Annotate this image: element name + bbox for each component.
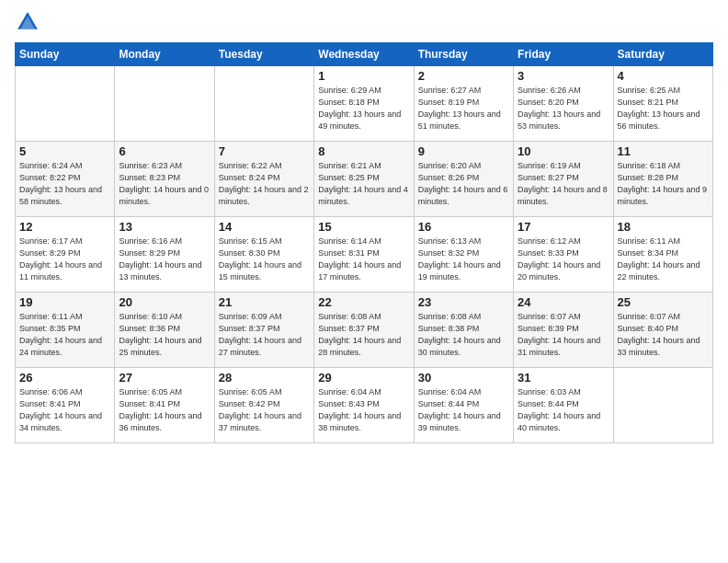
day-info: Sunrise: 6:22 AMSunset: 8:24 PMDaylight:… bbox=[219, 160, 310, 208]
sunset-text: Sunset: 8:24 PM bbox=[219, 173, 280, 182]
day-info: Sunrise: 6:10 AMSunset: 8:36 PMDaylight:… bbox=[119, 311, 210, 359]
calendar-cell: 28Sunrise: 6:05 AMSunset: 8:42 PMDayligh… bbox=[214, 368, 313, 443]
day-number: 11 bbox=[618, 144, 709, 158]
day-info: Sunrise: 6:23 AMSunset: 8:23 PMDaylight:… bbox=[119, 160, 210, 208]
day-number: 27 bbox=[119, 371, 210, 385]
calendar-cell: 21Sunrise: 6:09 AMSunset: 8:37 PMDayligh… bbox=[214, 293, 313, 368]
sunset-text: Sunset: 8:29 PM bbox=[119, 248, 180, 258]
sunrise-text: Sunrise: 6:17 AM bbox=[19, 236, 83, 246]
calendar-cell: 10Sunrise: 6:19 AMSunset: 8:27 PMDayligh… bbox=[514, 142, 613, 217]
daylight-text: Daylight: 13 hours and 51 minutes. bbox=[418, 109, 501, 131]
day-number: 13 bbox=[119, 220, 210, 234]
daylight-text: Daylight: 14 hours and 34 minutes. bbox=[19, 411, 102, 432]
daylight-text: Daylight: 14 hours and 36 minutes. bbox=[119, 411, 201, 432]
day-number: 9 bbox=[418, 144, 509, 158]
header-wednesday: Wednesday bbox=[314, 43, 414, 66]
day-number: 6 bbox=[119, 144, 210, 158]
calendar-page: Sunday Monday Tuesday Wednesday Thursday… bbox=[0, 0, 728, 563]
daylight-text: Daylight: 14 hours and 8 minutes. bbox=[518, 185, 608, 206]
sunset-text: Sunset: 8:39 PM bbox=[518, 324, 579, 333]
sunrise-text: Sunrise: 6:24 AM bbox=[19, 161, 83, 170]
calendar-cell: 14Sunrise: 6:15 AMSunset: 8:30 PMDayligh… bbox=[214, 217, 313, 293]
calendar-cell: 24Sunrise: 6:07 AMSunset: 8:39 PMDayligh… bbox=[514, 293, 613, 368]
day-number: 16 bbox=[418, 220, 509, 234]
sunrise-text: Sunrise: 6:26 AM bbox=[518, 86, 581, 95]
calendar-cell: 11Sunrise: 6:18 AMSunset: 8:28 PMDayligh… bbox=[613, 142, 712, 217]
day-number: 7 bbox=[219, 144, 310, 158]
header-sunday: Sunday bbox=[16, 43, 115, 66]
sunrise-text: Sunrise: 6:09 AM bbox=[219, 312, 282, 321]
day-info: Sunrise: 6:04 AMSunset: 8:43 PMDaylight:… bbox=[318, 386, 409, 434]
sunrise-text: Sunrise: 6:27 AM bbox=[418, 86, 482, 95]
daylight-text: Daylight: 14 hours and 0 minutes. bbox=[119, 185, 209, 206]
calendar-cell: 20Sunrise: 6:10 AMSunset: 8:36 PMDayligh… bbox=[115, 293, 214, 368]
daylight-text: Daylight: 13 hours and 58 minutes. bbox=[19, 185, 102, 206]
calendar-header: Sunday Monday Tuesday Wednesday Thursday… bbox=[16, 43, 713, 66]
day-info: Sunrise: 6:11 AMSunset: 8:34 PMDaylight:… bbox=[618, 236, 709, 283]
calendar-cell: 2Sunrise: 6:27 AMSunset: 8:19 PMDaylight… bbox=[414, 66, 513, 142]
day-info: Sunrise: 6:05 AMSunset: 8:41 PMDaylight:… bbox=[119, 386, 210, 434]
calendar-cell: 7Sunrise: 6:22 AMSunset: 8:24 PMDaylight… bbox=[214, 142, 313, 217]
calendar-cell bbox=[613, 368, 712, 443]
day-info: Sunrise: 6:15 AMSunset: 8:30 PMDaylight:… bbox=[219, 236, 310, 283]
sunset-text: Sunset: 8:37 PM bbox=[219, 324, 280, 333]
sunset-text: Sunset: 8:38 PM bbox=[418, 324, 480, 333]
daylight-text: Daylight: 14 hours and 24 minutes. bbox=[19, 336, 102, 357]
sunset-text: Sunset: 8:22 PM bbox=[19, 173, 81, 182]
daylight-text: Daylight: 14 hours and 9 minutes. bbox=[618, 185, 708, 206]
day-number: 25 bbox=[618, 295, 709, 309]
day-number: 21 bbox=[219, 295, 310, 309]
sunrise-text: Sunrise: 6:03 AM bbox=[518, 387, 581, 396]
header-thursday: Thursday bbox=[414, 43, 513, 66]
daylight-text: Daylight: 13 hours and 49 minutes. bbox=[318, 109, 401, 131]
sunrise-text: Sunrise: 6:07 AM bbox=[618, 312, 681, 321]
sunset-text: Sunset: 8:34 PM bbox=[618, 248, 679, 258]
daylight-text: Daylight: 14 hours and 13 minutes. bbox=[119, 260, 201, 282]
logo bbox=[15, 9, 44, 35]
day-number: 12 bbox=[19, 220, 110, 234]
sunrise-text: Sunrise: 6:15 AM bbox=[219, 236, 282, 246]
day-info: Sunrise: 6:08 AMSunset: 8:37 PMDaylight:… bbox=[318, 311, 409, 359]
day-number: 14 bbox=[219, 220, 310, 234]
calendar-cell: 9Sunrise: 6:20 AMSunset: 8:26 PMDaylight… bbox=[414, 142, 513, 217]
daylight-text: Daylight: 14 hours and 33 minutes. bbox=[618, 336, 700, 357]
calendar-week-row: 1Sunrise: 6:29 AMSunset: 8:18 PMDaylight… bbox=[16, 66, 713, 142]
daylight-text: Daylight: 14 hours and 28 minutes. bbox=[318, 336, 401, 357]
sunrise-text: Sunrise: 6:25 AM bbox=[618, 86, 681, 95]
daylight-text: Daylight: 14 hours and 6 minutes. bbox=[418, 185, 508, 206]
sunset-text: Sunset: 8:43 PM bbox=[318, 399, 380, 408]
calendar-cell: 13Sunrise: 6:16 AMSunset: 8:29 PMDayligh… bbox=[115, 217, 214, 293]
sunset-text: Sunset: 8:26 PM bbox=[418, 173, 480, 182]
sunset-text: Sunset: 8:31 PM bbox=[318, 248, 380, 258]
sunrise-text: Sunrise: 6:23 AM bbox=[119, 161, 182, 170]
sunset-text: Sunset: 8:36 PM bbox=[119, 324, 180, 333]
calendar-cell: 29Sunrise: 6:04 AMSunset: 8:43 PMDayligh… bbox=[314, 368, 414, 443]
daylight-text: Daylight: 14 hours and 2 minutes. bbox=[219, 185, 309, 206]
sunrise-text: Sunrise: 6:04 AM bbox=[318, 387, 381, 396]
day-number: 24 bbox=[518, 295, 609, 309]
day-number: 2 bbox=[418, 69, 509, 83]
sunset-text: Sunset: 8:21 PM bbox=[618, 98, 679, 107]
day-number: 30 bbox=[418, 371, 509, 385]
day-info: Sunrise: 6:03 AMSunset: 8:44 PMDaylight:… bbox=[518, 386, 609, 434]
day-number: 31 bbox=[518, 371, 609, 385]
sunset-text: Sunset: 8:23 PM bbox=[119, 173, 180, 182]
daylight-text: Daylight: 14 hours and 17 minutes. bbox=[318, 260, 401, 282]
header-tuesday: Tuesday bbox=[214, 43, 313, 66]
calendar-cell: 6Sunrise: 6:23 AMSunset: 8:23 PMDaylight… bbox=[115, 142, 214, 217]
sunset-text: Sunset: 8:41 PM bbox=[119, 399, 180, 408]
day-info: Sunrise: 6:14 AMSunset: 8:31 PMDaylight:… bbox=[318, 236, 409, 283]
day-info: Sunrise: 6:20 AMSunset: 8:26 PMDaylight:… bbox=[418, 160, 509, 208]
calendar-week-row: 26Sunrise: 6:06 AMSunset: 8:41 PMDayligh… bbox=[16, 368, 713, 443]
sunset-text: Sunset: 8:28 PM bbox=[618, 173, 679, 182]
calendar-cell: 17Sunrise: 6:12 AMSunset: 8:33 PMDayligh… bbox=[514, 217, 613, 293]
day-number: 23 bbox=[418, 295, 509, 309]
daylight-text: Daylight: 14 hours and 4 minutes. bbox=[318, 185, 408, 206]
daylight-text: Daylight: 14 hours and 31 minutes. bbox=[518, 336, 600, 357]
daylight-text: Daylight: 14 hours and 27 minutes. bbox=[219, 336, 301, 357]
sunset-text: Sunset: 8:41 PM bbox=[19, 399, 81, 408]
day-info: Sunrise: 6:12 AMSunset: 8:33 PMDaylight:… bbox=[518, 236, 609, 283]
day-number: 15 bbox=[318, 220, 409, 234]
day-number: 4 bbox=[618, 69, 709, 83]
day-info: Sunrise: 6:17 AMSunset: 8:29 PMDaylight:… bbox=[19, 236, 110, 283]
